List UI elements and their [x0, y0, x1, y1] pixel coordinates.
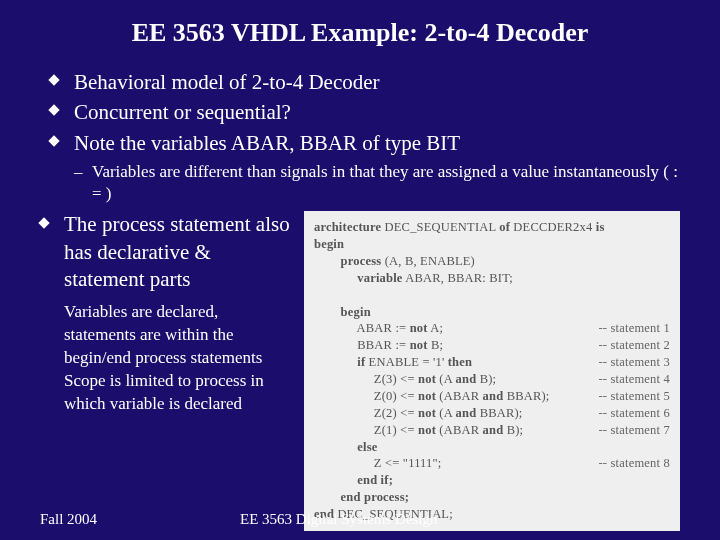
- sub-bullet: Variables are different than signals in …: [74, 161, 680, 205]
- bullet-list: Behavioral model of 2-to-4 Decoder Concu…: [40, 68, 680, 157]
- footer: Fall 2004 EE 3563 Digital Systems Design: [40, 511, 680, 528]
- content-row: The process statement also has declarati…: [40, 211, 680, 531]
- bullet-4: The process statement also has declarati…: [40, 211, 290, 293]
- bullet-text: Concurrent or sequential?: [74, 100, 291, 124]
- diamond-icon: [38, 218, 49, 229]
- bullet-3: Note the variables ABAR, BBAR of type BI…: [50, 129, 680, 157]
- diamond-icon: [48, 105, 59, 116]
- diamond-icon: [48, 74, 59, 85]
- footer-center: EE 3563 Digital Systems Design: [240, 511, 680, 528]
- bullet-1: Behavioral model of 2-to-4 Decoder: [50, 68, 680, 96]
- code-snippet: architecture DEC_SEQUENTIAL of DECCDER2x…: [304, 211, 680, 531]
- slide: EE 3563 VHDL Example: 2-to-4 Decoder Beh…: [0, 0, 720, 531]
- slide-title: EE 3563 VHDL Example: 2-to-4 Decoder: [40, 18, 680, 48]
- bullet-text: The process statement also has declarati…: [64, 212, 290, 291]
- bullet-2: Concurrent or sequential?: [50, 98, 680, 126]
- diamond-icon: [48, 135, 59, 146]
- bullet-text: Behavioral model of 2-to-4 Decoder: [74, 70, 380, 94]
- bullet-4-sub: Variables are declared, statements are w…: [40, 301, 290, 416]
- sub-bullet-list: Variables are different than signals in …: [40, 161, 680, 205]
- bullet-text: Note the variables ABAR, BBAR of type BI…: [74, 131, 460, 155]
- sub-bullet-text: Variables are different than signals in …: [92, 162, 678, 203]
- footer-left: Fall 2004: [40, 511, 240, 528]
- left-column: The process statement also has declarati…: [40, 211, 290, 416]
